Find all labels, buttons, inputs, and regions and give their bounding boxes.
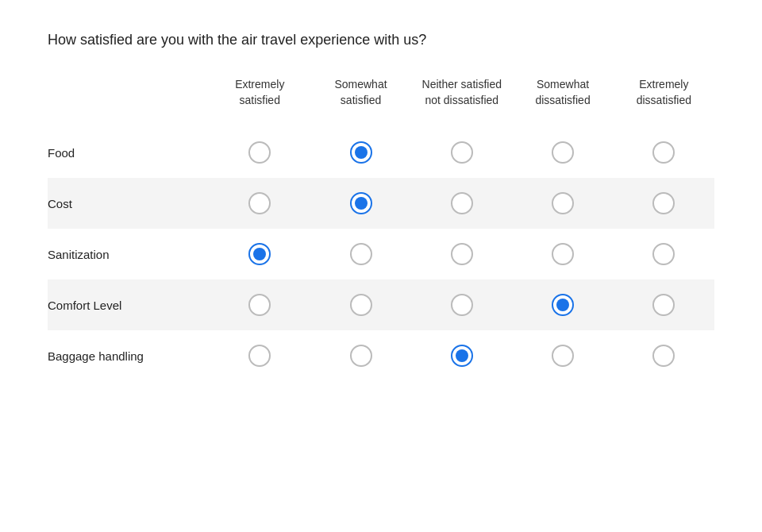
radio-cell-1-neither[interactable] — [411, 178, 512, 229]
radio-1-extremely_satisfied[interactable] — [248, 192, 271, 214]
radio-cell-2-extremely_dissatisfied[interactable] — [614, 229, 714, 279]
row-label-2: Sanitization — [48, 229, 210, 279]
table-row: Sanitization — [48, 229, 714, 279]
radio-cell-3-extremely_satisfied[interactable] — [210, 279, 310, 330]
radio-1-somewhat_dissatisfied[interactable] — [552, 192, 574, 214]
radio-cell-4-extremely_dissatisfied[interactable] — [614, 330, 714, 381]
radio-0-extremely_satisfied[interactable] — [248, 141, 271, 164]
radio-cell-1-extremely_satisfied[interactable] — [210, 178, 310, 229]
radio-4-somewhat_satisfied[interactable] — [350, 345, 372, 367]
column-header-extremely_satisfied: Extremely satisfied — [210, 77, 310, 127]
radio-3-extremely_satisfied[interactable] — [248, 294, 271, 316]
radio-2-extremely_dissatisfied[interactable] — [652, 243, 675, 265]
radio-cell-3-somewhat_satisfied[interactable] — [310, 279, 411, 330]
radio-cell-0-somewhat_satisfied[interactable] — [310, 127, 411, 178]
radio-2-extremely_satisfied[interactable] — [248, 243, 271, 265]
radio-3-extremely_dissatisfied[interactable] — [652, 294, 675, 316]
row-label-0: Food — [48, 127, 210, 178]
radio-0-neither[interactable] — [451, 141, 473, 164]
radio-3-somewhat_satisfied[interactable] — [350, 294, 372, 316]
radio-2-somewhat_dissatisfied[interactable] — [552, 243, 574, 265]
radio-1-extremely_dissatisfied[interactable] — [652, 192, 675, 214]
radio-cell-1-somewhat_satisfied[interactable] — [310, 178, 411, 229]
radio-2-somewhat_satisfied[interactable] — [350, 243, 372, 265]
column-header-somewhat_dissatisfied: Somewhat dissatisfied — [512, 77, 613, 127]
column-header-neither: Neither satisfied not dissatisfied — [411, 77, 512, 127]
question-title: How satisfied are you with the air trave… — [48, 32, 714, 48]
table-row: Baggage handling — [48, 330, 714, 381]
radio-4-extremely_dissatisfied[interactable] — [652, 345, 675, 367]
radio-4-extremely_satisfied[interactable] — [248, 345, 271, 367]
radio-4-neither[interactable] — [451, 345, 473, 367]
survey-table: Extremely satisfiedSomewhat satisfiedNei… — [48, 77, 714, 381]
radio-cell-0-extremely_dissatisfied[interactable] — [614, 127, 714, 178]
radio-cell-3-somewhat_dissatisfied[interactable] — [512, 279, 613, 330]
radio-0-extremely_dissatisfied[interactable] — [652, 141, 675, 164]
radio-cell-0-neither[interactable] — [411, 127, 512, 178]
radio-3-somewhat_dissatisfied[interactable] — [552, 294, 574, 316]
table-row: Food — [48, 127, 714, 178]
radio-cell-0-extremely_satisfied[interactable] — [210, 127, 310, 178]
radio-2-neither[interactable] — [451, 243, 473, 265]
radio-cell-4-somewhat_satisfied[interactable] — [310, 330, 411, 381]
radio-cell-4-somewhat_dissatisfied[interactable] — [512, 330, 613, 381]
table-row: Comfort Level — [48, 279, 714, 330]
radio-cell-3-extremely_dissatisfied[interactable] — [614, 279, 714, 330]
row-label-header — [48, 77, 210, 127]
radio-cell-2-neither[interactable] — [411, 229, 512, 279]
radio-cell-3-neither[interactable] — [411, 279, 512, 330]
radio-cell-1-extremely_dissatisfied[interactable] — [614, 178, 714, 229]
radio-1-somewhat_satisfied[interactable] — [350, 192, 372, 214]
radio-0-somewhat_satisfied[interactable] — [350, 141, 372, 164]
radio-3-neither[interactable] — [451, 294, 473, 316]
column-header-extremely_dissatisfied: Extremely dissatisfied — [614, 77, 714, 127]
row-label-3: Comfort Level — [48, 279, 210, 330]
radio-cell-2-somewhat_dissatisfied[interactable] — [512, 229, 613, 279]
radio-cell-4-neither[interactable] — [411, 330, 512, 381]
radio-cell-0-somewhat_dissatisfied[interactable] — [512, 127, 613, 178]
row-label-4: Baggage handling — [48, 330, 210, 381]
row-label-1: Cost — [48, 178, 210, 229]
radio-cell-2-somewhat_satisfied[interactable] — [310, 229, 411, 279]
column-header-somewhat_satisfied: Somewhat satisfied — [310, 77, 411, 127]
radio-4-somewhat_dissatisfied[interactable] — [552, 345, 574, 367]
radio-1-neither[interactable] — [451, 192, 473, 214]
radio-0-somewhat_dissatisfied[interactable] — [552, 141, 574, 164]
radio-cell-2-extremely_satisfied[interactable] — [210, 229, 310, 279]
radio-cell-4-extremely_satisfied[interactable] — [210, 330, 310, 381]
radio-cell-1-somewhat_dissatisfied[interactable] — [512, 178, 613, 229]
table-row: Cost — [48, 178, 714, 229]
